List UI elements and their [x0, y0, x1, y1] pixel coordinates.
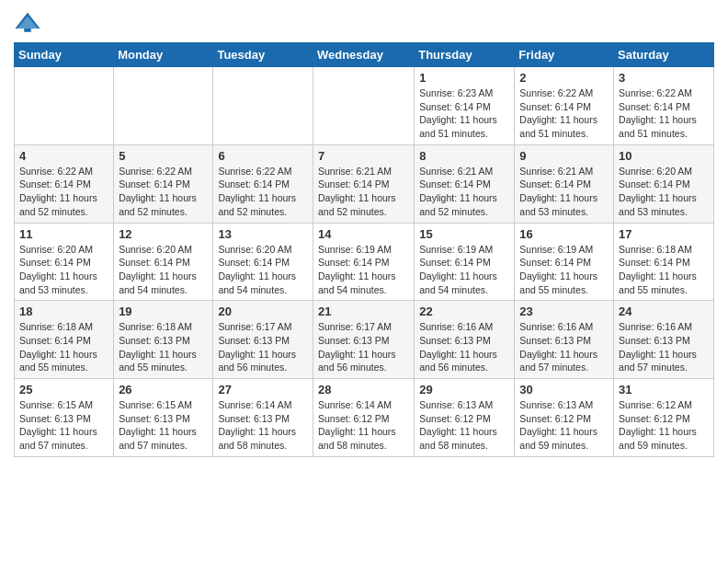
day-number: 30 — [519, 383, 609, 396]
day-number: 20 — [218, 304, 308, 318]
calendar-cell: 4Sunrise: 6:22 AM Sunset: 6:14 PM Daylig… — [15, 144, 114, 223]
day-info: Sunrise: 6:18 AM Sunset: 6:13 PM Dayligh… — [119, 320, 208, 374]
day-info: Sunrise: 6:20 AM Sunset: 6:14 PM Dayligh… — [19, 243, 108, 297]
day-number: 31 — [619, 383, 709, 396]
calendar-week-5: 25Sunrise: 6:15 AM Sunset: 6:13 PM Dayli… — [15, 379, 714, 457]
day-info: Sunrise: 6:13 AM Sunset: 6:12 PM Dayligh… — [419, 398, 509, 453]
day-info: Sunrise: 6:14 AM Sunset: 6:13 PM Dayligh… — [218, 398, 308, 453]
day-number: 4 — [19, 149, 108, 163]
page-header — [14, 9, 714, 37]
calendar-cell — [313, 67, 414, 145]
day-info: Sunrise: 6:17 AM Sunset: 6:13 PM Dayligh… — [218, 320, 308, 374]
day-number: 1 — [419, 71, 509, 85]
calendar-cell: 25Sunrise: 6:15 AM Sunset: 6:13 PM Dayli… — [15, 379, 114, 457]
calendar-cell: 17Sunrise: 6:18 AM Sunset: 6:14 PM Dayli… — [614, 223, 714, 301]
calendar-cell: 19Sunrise: 6:18 AM Sunset: 6:13 PM Dayli… — [114, 301, 213, 379]
day-info: Sunrise: 6:16 AM Sunset: 6:13 PM Dayligh… — [619, 320, 709, 374]
calendar-cell: 29Sunrise: 6:13 AM Sunset: 6:12 PM Dayli… — [415, 379, 515, 457]
calendar-cell: 27Sunrise: 6:14 AM Sunset: 6:13 PM Dayli… — [213, 379, 313, 457]
calendar-cell: 22Sunrise: 6:16 AM Sunset: 6:13 PM Dayli… — [415, 301, 515, 379]
calendar-cell: 31Sunrise: 6:12 AM Sunset: 6:12 PM Dayli… — [614, 379, 714, 457]
day-info: Sunrise: 6:20 AM Sunset: 6:14 PM Dayligh… — [119, 243, 208, 297]
calendar-header-row: SundayMondayTuesdayWednesdayThursdayFrid… — [15, 43, 714, 67]
day-number: 3 — [619, 71, 709, 85]
calendar-cell — [114, 67, 213, 145]
day-info: Sunrise: 6:14 AM Sunset: 6:12 PM Dayligh… — [318, 398, 409, 453]
calendar-cell: 28Sunrise: 6:14 AM Sunset: 6:12 PM Dayli… — [313, 379, 414, 457]
logo-icon — [14, 9, 41, 37]
calendar-header-monday: Monday — [114, 43, 213, 67]
day-info: Sunrise: 6:20 AM Sunset: 6:14 PM Dayligh… — [218, 243, 308, 297]
day-number: 19 — [119, 304, 208, 318]
calendar-cell: 16Sunrise: 6:19 AM Sunset: 6:14 PM Dayli… — [515, 223, 614, 301]
calendar: SundayMondayTuesdayWednesdayThursdayFrid… — [14, 42, 714, 457]
day-info: Sunrise: 6:22 AM Sunset: 6:14 PM Dayligh… — [19, 165, 108, 219]
calendar-header-saturday: Saturday — [614, 43, 714, 67]
calendar-cell: 18Sunrise: 6:18 AM Sunset: 6:14 PM Dayli… — [15, 301, 114, 379]
calendar-header-wednesday: Wednesday — [313, 43, 414, 67]
calendar-cell: 9Sunrise: 6:21 AM Sunset: 6:14 PM Daylig… — [515, 144, 614, 223]
calendar-cell: 12Sunrise: 6:20 AM Sunset: 6:14 PM Dayli… — [114, 223, 213, 301]
calendar-cell — [15, 67, 114, 145]
calendar-cell: 23Sunrise: 6:16 AM Sunset: 6:13 PM Dayli… — [515, 301, 614, 379]
logo — [14, 9, 45, 37]
day-info: Sunrise: 6:12 AM Sunset: 6:12 PM Dayligh… — [619, 398, 709, 453]
calendar-cell: 1Sunrise: 6:23 AM Sunset: 6:14 PM Daylig… — [415, 67, 515, 145]
day-number: 11 — [19, 227, 108, 241]
calendar-header-sunday: Sunday — [15, 43, 114, 67]
day-number: 7 — [318, 149, 409, 163]
day-number: 24 — [619, 304, 709, 318]
day-info: Sunrise: 6:15 AM Sunset: 6:13 PM Dayligh… — [19, 398, 108, 453]
day-info: Sunrise: 6:21 AM Sunset: 6:14 PM Dayligh… — [318, 165, 409, 219]
day-number: 26 — [119, 383, 208, 396]
day-number: 15 — [419, 227, 509, 241]
day-info: Sunrise: 6:13 AM Sunset: 6:12 PM Dayligh… — [519, 398, 609, 453]
day-number: 21 — [318, 304, 409, 318]
day-info: Sunrise: 6:19 AM Sunset: 6:14 PM Dayligh… — [519, 243, 609, 297]
day-number: 27 — [218, 383, 308, 396]
day-info: Sunrise: 6:20 AM Sunset: 6:14 PM Dayligh… — [619, 165, 709, 219]
calendar-header-tuesday: Tuesday — [213, 43, 313, 67]
calendar-week-1: 1Sunrise: 6:23 AM Sunset: 6:14 PM Daylig… — [15, 67, 714, 145]
calendar-cell: 14Sunrise: 6:19 AM Sunset: 6:14 PM Dayli… — [313, 223, 414, 301]
calendar-cell: 24Sunrise: 6:16 AM Sunset: 6:13 PM Dayli… — [614, 301, 714, 379]
day-number: 18 — [19, 304, 108, 318]
day-info: Sunrise: 6:22 AM Sunset: 6:14 PM Dayligh… — [519, 86, 609, 141]
calendar-cell: 2Sunrise: 6:22 AM Sunset: 6:14 PM Daylig… — [515, 67, 614, 145]
day-info: Sunrise: 6:23 AM Sunset: 6:14 PM Dayligh… — [419, 86, 509, 141]
day-info: Sunrise: 6:18 AM Sunset: 6:14 PM Dayligh… — [19, 320, 108, 374]
day-info: Sunrise: 6:22 AM Sunset: 6:14 PM Dayligh… — [218, 165, 308, 219]
day-number: 13 — [218, 227, 308, 241]
svg-rect-2 — [24, 29, 31, 32]
day-info: Sunrise: 6:22 AM Sunset: 6:14 PM Dayligh… — [119, 165, 208, 219]
day-number: 14 — [318, 227, 409, 241]
day-number: 12 — [119, 227, 208, 241]
calendar-cell: 3Sunrise: 6:22 AM Sunset: 6:14 PM Daylig… — [614, 67, 714, 145]
day-info: Sunrise: 6:17 AM Sunset: 6:13 PM Dayligh… — [318, 320, 409, 374]
calendar-cell: 7Sunrise: 6:21 AM Sunset: 6:14 PM Daylig… — [313, 144, 414, 223]
day-info: Sunrise: 6:21 AM Sunset: 6:14 PM Dayligh… — [419, 165, 509, 219]
day-info: Sunrise: 6:19 AM Sunset: 6:14 PM Dayligh… — [318, 243, 409, 297]
calendar-week-2: 4Sunrise: 6:22 AM Sunset: 6:14 PM Daylig… — [15, 144, 714, 223]
day-number: 5 — [119, 149, 208, 163]
calendar-cell: 11Sunrise: 6:20 AM Sunset: 6:14 PM Dayli… — [15, 223, 114, 301]
calendar-header-thursday: Thursday — [415, 43, 515, 67]
calendar-cell: 8Sunrise: 6:21 AM Sunset: 6:14 PM Daylig… — [415, 144, 515, 223]
day-number: 23 — [519, 304, 609, 318]
day-info: Sunrise: 6:19 AM Sunset: 6:14 PM Dayligh… — [419, 243, 509, 297]
calendar-cell: 5Sunrise: 6:22 AM Sunset: 6:14 PM Daylig… — [114, 144, 213, 223]
day-info: Sunrise: 6:15 AM Sunset: 6:13 PM Dayligh… — [119, 398, 208, 453]
day-number: 29 — [419, 383, 509, 396]
day-number: 22 — [419, 304, 509, 318]
calendar-header-friday: Friday — [515, 43, 614, 67]
day-number: 10 — [619, 149, 709, 163]
calendar-cell: 20Sunrise: 6:17 AM Sunset: 6:13 PM Dayli… — [213, 301, 313, 379]
calendar-cell — [213, 67, 313, 145]
day-info: Sunrise: 6:18 AM Sunset: 6:14 PM Dayligh… — [619, 243, 709, 297]
calendar-cell: 26Sunrise: 6:15 AM Sunset: 6:13 PM Dayli… — [114, 379, 213, 457]
calendar-cell: 30Sunrise: 6:13 AM Sunset: 6:12 PM Dayli… — [515, 379, 614, 457]
day-number: 17 — [619, 227, 709, 241]
day-info: Sunrise: 6:16 AM Sunset: 6:13 PM Dayligh… — [519, 320, 609, 374]
calendar-cell: 13Sunrise: 6:20 AM Sunset: 6:14 PM Dayli… — [213, 223, 313, 301]
day-number: 16 — [519, 227, 609, 241]
